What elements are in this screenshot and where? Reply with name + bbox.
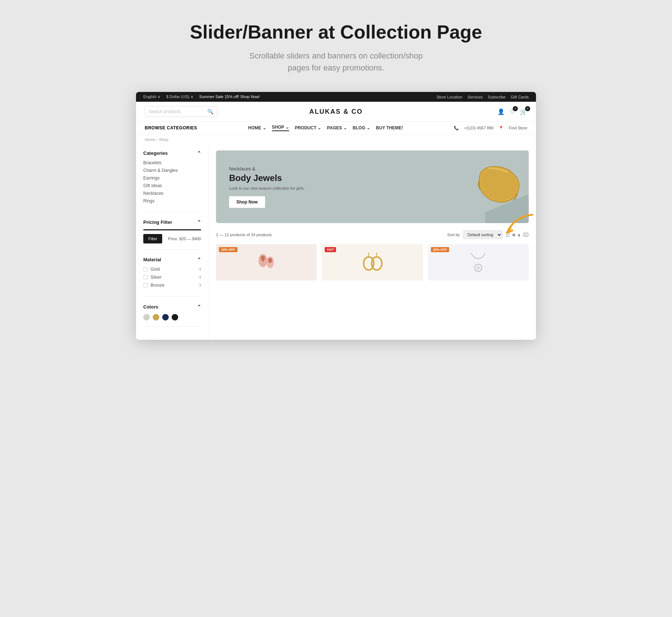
banner-image: [357, 150, 529, 223]
gold-checkbox[interactable]: [143, 267, 148, 271]
grid-3-view-icon[interactable]: ∎: [517, 232, 521, 238]
categories-collapse-icon[interactable]: ⌃: [197, 150, 201, 156]
location-icon: 📍: [499, 126, 504, 130]
currency-selector[interactable]: $ Dollar (US) ∨: [166, 94, 193, 99]
material-section: Material ⌃ Gold 4 Silver: [143, 257, 201, 297]
grid-4-view-icon[interactable]: ⌧: [523, 232, 529, 238]
nav-right: 📞 +(123) 4567 890 📍 Find Store: [454, 126, 527, 130]
nav-blog[interactable]: BLOG ⌄: [353, 125, 370, 130]
product-image-2: [322, 244, 423, 281]
sidebar-item-earrings[interactable]: Earrings: [143, 176, 201, 181]
products-toolbar: 1 — 12 products of 24 products Sort by D…: [216, 230, 529, 239]
svg-point-8: [476, 266, 480, 270]
page-subheading: Scrollable sliders and banners on collec…: [136, 50, 536, 74]
colors-collapse-icon[interactable]: ⌃: [197, 304, 201, 310]
phone-number[interactable]: +(123) 4567 890: [464, 126, 493, 130]
site-logo[interactable]: ALUKAS & CO: [309, 108, 363, 116]
search-bar[interactable]: Search products 🔍: [145, 106, 217, 117]
pricing-section: Pricing Filter ⌃ Filter Price: $20 — $40…: [143, 219, 201, 250]
material-gold: Gold 4: [143, 267, 201, 272]
color-swatch-gold[interactable]: [153, 314, 159, 320]
nav-product[interactable]: PRODUCT ⌄: [295, 125, 321, 130]
main-content: Necklaces & Body Jewels Look to our new …: [209, 145, 536, 340]
material-label: Material: [143, 257, 161, 262]
bronze-checkbox[interactable]: [143, 283, 148, 287]
list-view-icon[interactable]: ☰: [505, 232, 510, 238]
material-collapse-icon[interactable]: ⌃: [197, 257, 201, 262]
banner-title: Body Jewels: [229, 173, 305, 183]
page-wrapper: Slider/Banner at Collection Page Scrolla…: [136, 22, 536, 340]
grid-2-view-icon[interactable]: ■: [512, 232, 515, 238]
sidebar-item-rings[interactable]: Rings: [143, 198, 201, 203]
sidebar-item-bracelets[interactable]: Bracelets: [143, 160, 201, 165]
products-count: 1 — 12 products of 24 products: [216, 233, 272, 237]
color-swatch-black[interactable]: [172, 314, 178, 320]
header-icons: 👤 ♡ 2 🛒 0: [497, 108, 527, 115]
pricing-collapse-icon[interactable]: ⌃: [197, 219, 201, 225]
colors-label: Colors: [143, 304, 158, 310]
wishlist-badge: 2: [513, 106, 518, 111]
find-store-link[interactable]: Find Store: [509, 126, 527, 130]
bronze-label: Bronze: [151, 283, 164, 288]
collection-banner: Necklaces & Body Jewels Look to our new …: [216, 150, 529, 223]
language-selector[interactable]: English ∨: [143, 94, 160, 99]
sort-label: Sort by: [447, 233, 460, 237]
product-card-1[interactable]: 19% OFF: [216, 244, 317, 281]
bronze-count: 3: [199, 283, 201, 287]
phone-icon: 📞: [454, 126, 459, 130]
product-grid: 19% OFF HOT: [216, 244, 529, 281]
categories-label: Categories: [143, 150, 168, 156]
material-bronze: Bronze 3: [143, 283, 201, 288]
breadcrumb-shop: Shop: [159, 137, 168, 142]
banner-description: Look to our new season collection for gi…: [229, 186, 305, 190]
nav-bar: BROWSE CATEGORIES HOME ⌄ SHOP ⌄ PRODUCT …: [136, 122, 536, 134]
nav-shop[interactable]: SHOP ⌄: [272, 125, 289, 131]
top-bar: English ∨ $ Dollar (US) ∨ Summer Sale 15…: [136, 92, 536, 102]
color-swatch-navy[interactable]: [162, 314, 169, 320]
subscribe-link[interactable]: Subscribe: [488, 95, 506, 99]
material-silver: Silver 4: [143, 275, 201, 280]
pricing-label: Pricing Filter: [143, 219, 172, 225]
services-link[interactable]: Services: [467, 95, 483, 99]
breadcrumb-home[interactable]: Home: [145, 137, 155, 142]
banner-text: Necklaces & Body Jewels Look to our new …: [229, 166, 305, 208]
top-bar-right: Store Location Services Subscribe Gift C…: [436, 95, 529, 99]
price-range-track[interactable]: [143, 229, 201, 230]
color-swatch-cream[interactable]: [143, 314, 150, 320]
nav-buy-theme[interactable]: BUY THEME!: [376, 125, 403, 130]
cart-icon[interactable]: 🛒 0: [520, 108, 527, 115]
product-badge-1: 19% OFF: [219, 247, 237, 252]
filter-row: Filter Price: $20 — $400: [143, 234, 201, 243]
product-card-2[interactable]: HOT: [322, 244, 423, 281]
gift-cards-link[interactable]: Gift Cards: [511, 95, 529, 99]
banner-subtitle: Necklaces &: [229, 166, 305, 172]
view-icons: ☰ ■ ∎ ⌧: [505, 232, 529, 238]
nav-home[interactable]: HOME ⌄: [248, 125, 266, 130]
account-icon[interactable]: 👤: [497, 108, 505, 115]
sidebar-item-necklaces[interactable]: Necklaces: [143, 191, 201, 196]
page-heading: Slider/Banner at Collection Page: [136, 22, 536, 43]
browser-frame: English ∨ $ Dollar (US) ∨ Summer Sale 15…: [136, 92, 536, 340]
browse-categories-button[interactable]: BROWSE CATEGORIES: [145, 125, 197, 130]
shop-now-button[interactable]: Shop Now: [229, 196, 265, 208]
header: Search products 🔍 ALUKAS & CO 👤 ♡ 2 🛒 0: [136, 102, 536, 122]
silver-checkbox[interactable]: [143, 275, 148, 279]
sidebar-item-gift-ideas[interactable]: Gift Ideas: [143, 183, 201, 188]
nav-links: HOME ⌄ SHOP ⌄ PRODUCT ⌄ PAGES ⌄ BLOG ⌄ B…: [248, 125, 403, 131]
pricing-header: Pricing Filter ⌃: [143, 219, 201, 225]
color-swatches: [143, 314, 201, 320]
filter-button[interactable]: Filter: [143, 234, 162, 243]
search-icon[interactable]: 🔍: [207, 109, 213, 114]
sort-select[interactable]: Default sorting: [463, 230, 503, 239]
product-card-3[interactable]: 20% OFF: [428, 244, 529, 281]
nav-pages[interactable]: PAGES ⌄: [327, 125, 347, 130]
product-badge-3: 20% OFF: [431, 247, 449, 252]
sidebar: Categories ⌃ Bracelets Charm & Dangles E…: [136, 145, 209, 340]
sidebar-item-charm-dangles[interactable]: Charm & Dangles: [143, 168, 201, 173]
store-location-link[interactable]: Store Location: [436, 95, 462, 99]
wishlist-icon[interactable]: ♡ 2: [510, 108, 515, 115]
categories-header: Categories ⌃: [143, 150, 201, 156]
silver-label: Silver: [151, 275, 161, 280]
breadcrumb: Home › Shop: [136, 134, 536, 145]
gold-count: 4: [199, 267, 201, 271]
